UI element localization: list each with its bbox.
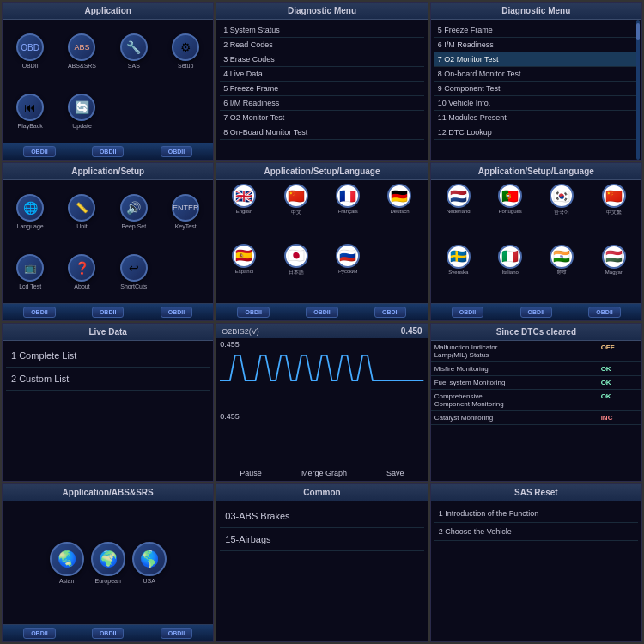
obdii-abs-btn-1[interactable]: OBDII [23,628,55,639]
graph-sensor-label: O2BIS2(V) [222,327,259,336]
graph-value: 0.450 [401,326,422,336]
dtc-label-mil: Malfunction IndicatorLamp(MIL) Status [431,341,598,362]
dtc-value-catalyst: INC [598,411,641,425]
setup-icon-keytest[interactable]: ENTER KeyTest [161,184,210,240]
abs-icon-european[interactable]: 🌍 European [91,542,125,584]
flag-spanish[interactable]: 🇪🇸 Español [220,244,268,301]
app-icon-sas[interactable]: 🔧 SAS [110,23,158,80]
common-abs[interactable]: 03-ABS Brakes [220,505,423,528]
flag-portuguese[interactable]: 🇵🇹 Português [486,184,534,241]
panel-application: Application OBD OBDII ABS ABS&SRS 🔧 SAS … [2,2,214,161]
flag-korean-icon: 🇰🇷 [550,184,574,208]
flag-korean[interactable]: 🇰🇷 한국어 [538,184,586,241]
menu-item-d8[interactable]: 8 On-board Monitor Test [434,67,638,82]
menu-item-1[interactable]: 1 System Status [220,23,423,38]
flag-japanese[interactable]: 🇯🇵 日本語 [272,244,320,301]
menu-item-d9[interactable]: 9 Component Test [434,82,638,96]
flag-dutch[interactable]: 🇳🇱 Nederland [434,184,483,241]
obdii-btn-3[interactable]: OBDII [161,146,192,157]
obdii-setup-btn-3[interactable]: OBDII [161,307,192,318]
european-icon: 🌍 [91,542,125,576]
setup-icon-about[interactable]: ❓ About [58,244,106,301]
sas-choose[interactable]: 2 Choose the Vehicle [434,523,638,541]
obdii-setup-btn-2[interactable]: OBDII [92,307,124,318]
flag-chinese2[interactable]: 🇨🇳 中文繁 [590,184,638,241]
since-dtcs-content: Malfunction IndicatorLamp(MIL) Status OF… [431,341,641,481]
dtc-table: Malfunction IndicatorLamp(MIL) Status OF… [431,341,641,425]
abs-icon: ABS [68,33,95,61]
menu-item-6[interactable]: 6 I/M Readiness [220,96,423,111]
flag-russian[interactable]: 🇷🇺 Русский [324,244,372,301]
app-icon-obdii[interactable]: OBD OBDII [6,23,54,80]
sas-intro[interactable]: 1 Introduction of the Function [434,505,638,523]
menu-item-7[interactable]: 7 O2 Monitor Test [220,111,423,125]
app-icon-update[interactable]: 🔄 Update [58,83,106,140]
obdii-setup-btn-1[interactable]: OBDII [23,307,55,318]
flag-french[interactable]: 🇫🇷 Français [324,184,372,240]
obdii-btn-2[interactable]: OBDII [92,146,124,157]
flag-english[interactable]: 🇬🇧 English [220,184,268,240]
panel-lang-1: Application/Setup/Language 🇬🇧 English 🇨🇳… [216,162,428,321]
live-data-complete[interactable]: 1 Complete List [6,344,210,368]
setup-icon-unit[interactable]: 📏 Unit [58,184,106,240]
flag-chinese[interactable]: 🇨🇳 中文 [272,184,320,240]
live-data-custom[interactable]: 2 Custom List [6,368,210,391]
obdii-abs-btn-2[interactable]: OBDII [92,628,124,639]
common-airbags[interactable]: 15-Airbags [220,528,423,551]
setup-icon-language[interactable]: 🌐 Language [6,184,54,240]
asian-label: Asian [59,578,75,584]
update-label: Update [72,123,92,129]
flag-german[interactable]: 🇩🇪 Deutsch [375,184,423,240]
sas-reset-header: SAS Reset [431,484,641,501]
graph-pause-btn[interactable]: Pause [240,469,262,477]
flag-french-icon: 🇫🇷 [336,184,360,208]
flag-hungarian[interactable]: 🇭🇺 Magyar [590,245,638,301]
menu-item-2[interactable]: 2 Read Codes [220,38,423,52]
menu-item-3[interactable]: 3 Erase Codes [220,52,423,67]
obdii-lang2-btn-3[interactable]: OBDII [588,307,620,318]
flag-chinese2-icon: 🇨🇳 [602,184,626,208]
panel-diag-menu-1: Diagnostic Menu 1 System Status 2 Read C… [216,2,428,161]
obdii-abs-btn-3[interactable]: OBDII [161,628,192,639]
flag-italian-label: Italiano [501,270,518,275]
menu-item-d5[interactable]: 5 Freeze Frame [434,23,638,38]
keytest-icon: ENTER [172,194,199,222]
scrollbar[interactable] [636,20,640,160]
shortcuts-label: ShortCuts [120,283,147,289]
obdii-lang1-btn-2[interactable]: OBDII [306,307,337,318]
menu-item-d12[interactable]: 12 DTC Lookup [434,125,638,140]
menu-item-d10[interactable]: 10 Vehicle Info. [434,96,638,111]
language-label: Language [17,223,44,229]
app-icon-setup[interactable]: ⚙ Setup [161,23,210,80]
flag-dutch-label: Nederland [447,209,471,214]
obdii-lang1-btn-1[interactable]: OBDII [237,307,269,318]
obdii-lang2-btn-2[interactable]: OBDII [520,307,552,318]
abs-icon-usa[interactable]: 🌎 USA [132,542,167,584]
menu-item-8[interactable]: 8 On-Board Monitor Test [220,125,423,140]
menu-item-d6[interactable]: 6 I/M Readiness [434,38,638,52]
flag-swedish-label: Svenska [448,270,468,275]
lcdtest-label: Lcd Test [19,283,41,289]
app-icon-playback[interactable]: ⏮ PlayBack [6,83,54,140]
menu-item-d11[interactable]: 11 Modules Present [434,111,638,125]
app-icon-abs[interactable]: ABS ABS&SRS [58,23,106,80]
flag-grid-2: 🇳🇱 Nederland 🇵🇹 Português 🇰🇷 한국어 🇨🇳 中文繁 … [431,180,641,303]
menu-item-4[interactable]: 4 Live Data [220,67,423,82]
graph-merge-btn[interactable]: Merge Graph [301,469,347,477]
flag-hindi[interactable]: 🇮🇳 हिन्दी [538,245,586,301]
setup-icon-shortcuts[interactable]: ↩ ShortCuts [110,244,158,301]
obdii-lang2-btn-1[interactable]: OBDII [452,307,483,318]
setup-icon-beep[interactable]: 🔊 Beep Set [110,184,158,240]
flag-italian[interactable]: 🇮🇹 Italiano [486,245,534,301]
obdii-btn-1[interactable]: OBDII [23,146,55,157]
menu-item-5[interactable]: 5 Freeze Frame [220,82,423,96]
obdii-lang1-btn-3[interactable]: OBDII [374,307,406,318]
dtc-row-mil: Malfunction IndicatorLamp(MIL) Status OF… [431,341,641,362]
abs-icon-asian[interactable]: 🌏 Asian [50,542,84,584]
waveform-svg [220,350,423,410]
setup-icon-lcdtest[interactable]: 📺 Lcd Test [6,244,54,301]
flag-swedish-icon: 🇸🇪 [447,245,471,269]
graph-save-btn[interactable]: Save [386,469,404,477]
menu-item-d7[interactable]: 7 O2 Monitor Test [434,52,638,67]
flag-swedish[interactable]: 🇸🇪 Svenska [434,245,483,301]
